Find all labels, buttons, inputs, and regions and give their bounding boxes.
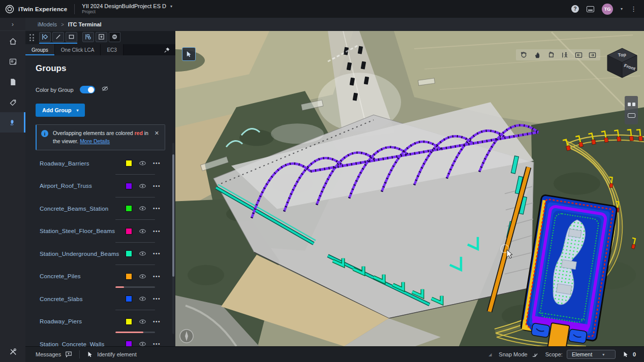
group-row[interactable]: Concrete_Slabs ••• <box>36 288 165 311</box>
help-icon[interactable]: ? <box>571 5 579 13</box>
statusbar-expander-icon[interactable]: ◢ <box>488 352 492 357</box>
group-row[interactable]: Airport_Roof_Truss ••• <box>36 175 165 198</box>
remove-from-group-tool-button[interactable] <box>109 32 120 42</box>
group-color-swatch[interactable] <box>126 183 132 189</box>
scope-value: Element <box>572 351 592 357</box>
group-row[interactable]: Concrete_Beams_Station ••• <box>36 198 165 220</box>
orbit-tool-button[interactable] <box>520 51 528 59</box>
color-by-group-toggle[interactable] <box>80 86 95 93</box>
compass-widget[interactable] <box>180 330 193 343</box>
group-elements-tool-button[interactable] <box>82 32 94 42</box>
cube-top-label[interactable]: Top <box>618 52 627 57</box>
sidebar-item-map[interactable] <box>0 51 25 72</box>
viewer-canvas[interactable]: Top Front <box>175 31 644 346</box>
more-options-icon[interactable]: ••• <box>153 251 161 256</box>
banner-close-icon[interactable]: ✕ <box>154 129 160 138</box>
group-row[interactable]: Roadway_Piers ••• <box>36 310 165 333</box>
group-name: Station_Steel_Floor_Beams <box>40 228 126 234</box>
eye-icon[interactable] <box>139 273 146 280</box>
line-tool-button[interactable] <box>52 32 64 42</box>
pan-tool-button[interactable] <box>534 51 541 59</box>
more-options-icon[interactable]: ••• <box>153 183 161 189</box>
more-options-icon[interactable]: ••• <box>153 160 161 166</box>
layers-icon[interactable] <box>628 103 635 106</box>
banner-highlight: red <box>135 130 143 136</box>
tab-one-click-lca[interactable]: One Click LCA <box>55 44 101 55</box>
more-menu-icon[interactable]: ⋮ <box>630 5 637 13</box>
rectangle-tool-button[interactable] <box>66 32 77 42</box>
group-color-swatch[interactable] <box>126 160 132 167</box>
group-row[interactable]: Station_Concrete_Walls ••• <box>36 333 165 346</box>
select-shape-tool-button[interactable] <box>39 32 51 42</box>
tools-icon <box>9 347 17 356</box>
breadcrumb-imodels[interactable]: iModels <box>38 21 57 27</box>
account-chevron-icon[interactable]: ▾ <box>621 7 623 11</box>
view-cube[interactable]: Top Front <box>603 45 641 81</box>
drag-handle-icon[interactable] <box>29 34 34 41</box>
notifications-panel-icon[interactable] <box>587 6 594 12</box>
eye-icon[interactable] <box>139 340 146 346</box>
info-icon: i <box>41 130 48 137</box>
panel-scrollbar[interactable] <box>172 143 174 334</box>
project-switcher[interactable]: YII 2024 DesignBuildProject ES D ▾ Proje… <box>82 3 172 14</box>
group-row[interactable]: Roadway_Barriers ••• <box>36 152 165 175</box>
more-options-icon[interactable]: ••• <box>153 319 161 324</box>
group-color-swatch[interactable] <box>126 273 132 280</box>
select-element-tool-button[interactable] <box>182 47 196 61</box>
eye-icon[interactable] <box>139 295 146 303</box>
group-color-swatch[interactable] <box>126 295 132 302</box>
sidebar-item-tools[interactable] <box>0 341 25 362</box>
eye-icon[interactable] <box>139 182 146 190</box>
eye-icon[interactable] <box>139 318 146 325</box>
scrollbar-thumb[interactable] <box>172 154 174 277</box>
sidebar-item-carbon-reporting[interactable] <box>0 112 25 133</box>
messages-button[interactable]: Messages <box>36 351 72 358</box>
more-options-icon[interactable]: ••• <box>153 296 161 302</box>
view-undo-button[interactable] <box>575 51 582 59</box>
group-color-swatch[interactable] <box>126 318 132 325</box>
group-color-swatch[interactable] <box>126 205 132 212</box>
breadcrumb-separator: > <box>61 22 64 27</box>
add-to-group-tool-button[interactable] <box>96 32 107 42</box>
group-row[interactable]: Concrete_Piles ••• <box>36 265 165 288</box>
add-group-caret-icon[interactable]: ▾ <box>76 108 78 113</box>
panel-toggle-icon[interactable] <box>628 113 635 118</box>
scope-select[interactable]: Element ▾ <box>567 350 616 359</box>
group-list: Roadway_Barriers ••• Airport_Roof_Truss … <box>36 152 165 346</box>
walk-tool-button[interactable] <box>561 51 569 59</box>
panel-toolbar <box>25 31 175 44</box>
eye-icon[interactable] <box>139 205 146 212</box>
avatar[interactable]: TG <box>602 4 613 15</box>
group-name: Concrete_Beams_Station <box>40 206 126 212</box>
eye-icon[interactable] <box>139 227 146 235</box>
sidebar-item-tag[interactable] <box>0 92 25 112</box>
group-color-swatch[interactable] <box>126 228 132 235</box>
tab-ec3[interactable]: EC3 <box>101 44 123 55</box>
chevron-down-icon[interactable]: ▾ <box>170 4 172 9</box>
group-color-swatch[interactable] <box>126 341 132 346</box>
eye-icon[interactable] <box>139 250 146 257</box>
group-row[interactable]: Station_Steel_Floor_Beams ••• <box>36 220 165 243</box>
view-redo-button[interactable] <box>589 51 596 59</box>
hide-all-icon[interactable] <box>101 85 109 94</box>
add-group-button[interactable]: Add Group ▾ <box>36 104 85 117</box>
pin-panel-button[interactable] <box>164 44 175 55</box>
more-options-icon[interactable]: ••• <box>153 206 161 211</box>
app-logo[interactable]: iTwin Experience <box>5 5 67 14</box>
selection-counter: 0 <box>623 351 636 357</box>
tab-groups[interactable]: Groups <box>25 44 55 55</box>
group-row[interactable]: Station_Underground_Beams ••• <box>36 243 165 266</box>
fit-view-tool-button[interactable] <box>547 51 555 59</box>
sidebar-item-documents[interactable] <box>0 72 25 92</box>
sidebar-item-home[interactable] <box>0 31 25 51</box>
rail-expand-button[interactable]: › <box>0 18 25 31</box>
more-details-link[interactable]: More Details <box>80 138 110 144</box>
more-options-icon[interactable]: ••• <box>153 341 161 346</box>
snap-mode-control[interactable]: Snap Mode <box>499 351 538 358</box>
eye-icon[interactable] <box>139 159 146 167</box>
snap-mode-icon <box>532 351 538 358</box>
more-options-icon[interactable]: ••• <box>153 274 161 279</box>
group-color-swatch[interactable] <box>126 250 132 257</box>
more-options-icon[interactable]: ••• <box>153 228 161 234</box>
identify-element-prompt[interactable]: Identify element <box>87 351 137 357</box>
